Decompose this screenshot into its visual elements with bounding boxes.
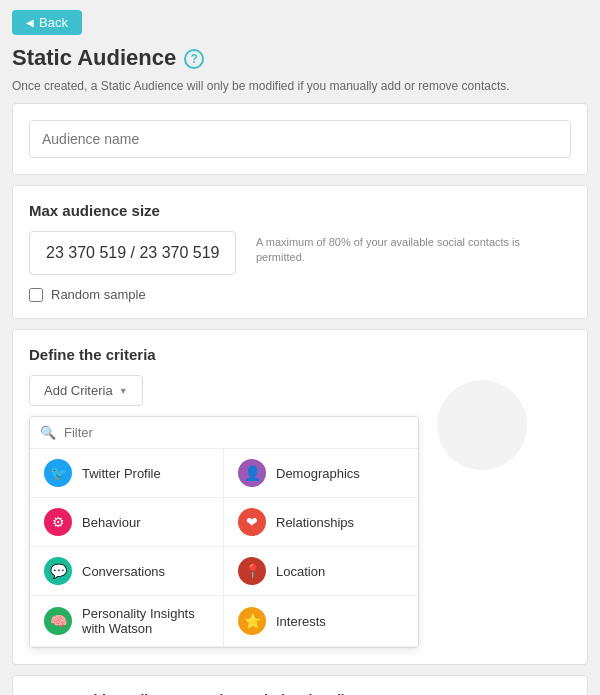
behaviour-icon: ⚙: [44, 508, 72, 536]
filter-search-icon: 🔍: [40, 425, 56, 440]
filter-row: 🔍: [30, 417, 418, 449]
criteria-item-relationships[interactable]: ❤ Relationships: [224, 498, 418, 547]
audience-size-note: A maximum of 80% of your available socia…: [256, 231, 571, 266]
criteria-item-twitter-profile[interactable]: 🐦 Twitter Profile: [30, 449, 224, 498]
criteria-circle-decoration: [437, 380, 527, 470]
personality-insights-icon: 🧠: [44, 607, 72, 635]
criteria-label-interests: Interests: [276, 614, 326, 629]
help-icon[interactable]: ?: [184, 49, 204, 69]
criteria-grid: 🐦 Twitter Profile 👤 Demographics ⚙ Behav…: [30, 449, 418, 647]
random-sample-row: Random sample: [29, 287, 571, 302]
max-audience-card: Max audience size 23 370 519 / 23 370 51…: [12, 185, 588, 319]
page-subtitle: Once created, a Static Audience will onl…: [12, 79, 588, 93]
criteria-item-location[interactable]: 📍 Location: [224, 547, 418, 596]
define-criteria-card: Define the criteria Add Criteria 🔍 🐦 Twi…: [12, 329, 588, 665]
criteria-label-conversations: Conversations: [82, 564, 165, 579]
criteria-dropdown: 🔍 🐦 Twitter Profile 👤 Demographics ⚙ Beh…: [29, 416, 419, 648]
audience-name-input[interactable]: [29, 120, 571, 158]
criteria-item-conversations[interactable]: 💬 Conversations: [30, 547, 224, 596]
define-criteria-title: Define the criteria: [29, 346, 571, 363]
conversations-icon: 💬: [44, 557, 72, 585]
max-audience-title: Max audience size: [29, 202, 571, 219]
add-criteria-label: Add Criteria: [44, 383, 113, 398]
random-sample-label: Random sample: [51, 287, 146, 302]
top-bar: Back: [0, 0, 600, 45]
location-icon: 📍: [238, 557, 266, 585]
criteria-label-personality-insights: Personality Insights with Watson: [82, 606, 209, 636]
criteria-label-behaviour: Behaviour: [82, 515, 141, 530]
audience-size-display: 23 370 519 / 23 370 519: [29, 231, 236, 275]
main-content: Static Audience ? Once created, a Static…: [0, 45, 600, 695]
filter-input[interactable]: [64, 425, 408, 440]
criteria-label-relationships: Relationships: [276, 515, 354, 530]
add-criteria-button[interactable]: Add Criteria: [29, 375, 143, 406]
criteria-item-demographics[interactable]: 👤 Demographics: [224, 449, 418, 498]
audience-current-value: 23 370 519: [46, 244, 126, 261]
criteria-item-personality-insights[interactable]: 🧠 Personality Insights with Watson: [30, 596, 224, 647]
audience-name-card: [12, 103, 588, 175]
page-title: Static Audience: [12, 45, 176, 71]
random-sample-checkbox[interactable]: [29, 288, 43, 302]
relationships-icon: ❤: [238, 508, 266, 536]
criteria-item-interests[interactable]: ⭐ Interests: [224, 596, 418, 647]
twitter-profile-icon: 🐦: [44, 459, 72, 487]
demographics-icon: 👤: [238, 459, 266, 487]
criteria-label-location: Location: [276, 564, 325, 579]
back-button[interactable]: Back: [12, 10, 82, 35]
criteria-label-demographics: Demographics: [276, 466, 360, 481]
connect-twitter-section: Connect this Audience to Twitter Ads (Op…: [12, 675, 588, 695]
criteria-label-twitter-profile: Twitter Profile: [82, 466, 161, 481]
audience-max-value: 23 370 519: [139, 244, 219, 261]
interests-icon: ⭐: [238, 607, 266, 635]
criteria-item-behaviour[interactable]: ⚙ Behaviour: [30, 498, 224, 547]
